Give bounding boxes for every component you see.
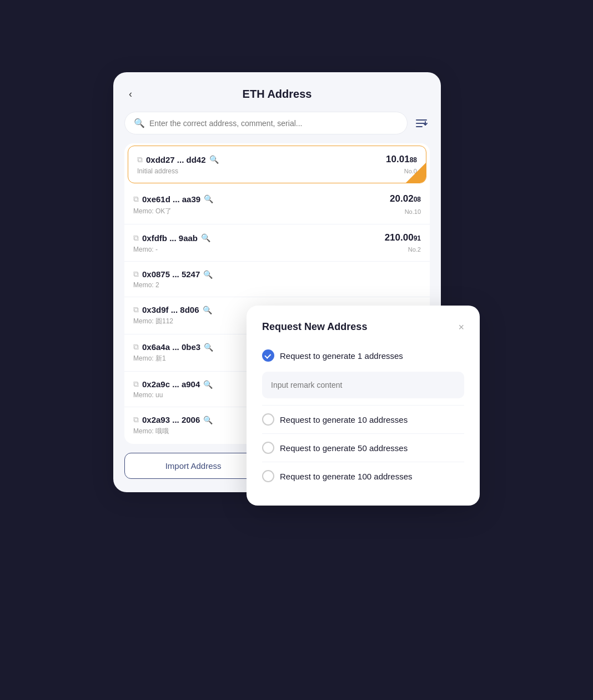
page-wrapper: ‹ ETH Address 🔍 ⧉ — [113, 72, 480, 628]
modal-card: Request New Address × Request to generat… — [247, 306, 480, 506]
address-hash: 0xdd27 ... dd42 — [146, 155, 206, 164]
address-item[interactable]: ⧉ 0xdd27 ... dd42 🔍 10.01 88 Initial add… — [128, 146, 426, 183]
search-bar: 🔍 — [124, 112, 430, 134]
radio-circle — [262, 442, 274, 454]
amount-main: 210.00 — [385, 232, 414, 243]
memo-text: Initial address — [137, 167, 178, 175]
search-address-icon[interactable]: 🔍 — [201, 233, 210, 242]
memo-text: Memo: uu — [133, 391, 163, 399]
search-icon: 🔍 — [134, 118, 145, 128]
address-left: ⧉ 0x2a9c ... a904 🔍 — [133, 379, 213, 389]
radio-label: Request to generate 1 addresses — [280, 351, 403, 361]
amount-decimal: 91 — [414, 234, 421, 242]
address-meta: Memo: 2 — [133, 281, 421, 289]
copy-icon[interactable]: ⧉ — [133, 233, 139, 243]
address-left: ⧉ 0xe61d ... aa39 🔍 — [133, 194, 213, 204]
copy-icon[interactable]: ⧉ — [137, 155, 143, 164]
radio-circle — [262, 470, 274, 482]
address-hash: 0x6a4a ... 0be3 — [142, 342, 200, 352]
page-title: ETH Address — [243, 88, 312, 101]
radio-circle — [262, 413, 274, 426]
modal-close-button[interactable]: × — [458, 322, 464, 332]
address-item[interactable]: ⧉ 0xfdfb ... 9aab 🔍 210.00 91 Memo: - No… — [124, 224, 430, 262]
address-item[interactable]: ⧉ 0xe61d ... aa39 🔍 20.02 08 Memo: OK了 N… — [124, 186, 430, 224]
copy-icon[interactable]: ⧉ — [133, 342, 139, 352]
copy-icon[interactable]: ⧉ — [133, 379, 139, 389]
address-left: ⧉ 0x0875 ... 5247 🔍 — [133, 269, 213, 279]
memo-text: Memo: 哦哦 — [133, 427, 169, 436]
radio-option[interactable]: Request to generate 100 addresses — [262, 464, 464, 488]
memo-text: Memo: 2 — [133, 281, 159, 289]
radio-label: Request to generate 10 addresses — [280, 415, 408, 424]
search-address-icon[interactable]: 🔍 — [203, 306, 212, 314]
modal-title: Request New Address — [262, 321, 367, 333]
copy-icon[interactable]: ⧉ — [133, 269, 139, 279]
remark-input[interactable] — [262, 372, 464, 398]
modal-options: Request to generate 1 addressesRequest t… — [262, 344, 464, 488]
modal-option[interactable]: Request to generate 100 addresses — [262, 464, 464, 488]
import-address-button[interactable]: Import Address — [124, 453, 262, 479]
memo-text: Memo: 新1 — [133, 354, 166, 363]
copy-icon[interactable]: ⧉ — [133, 194, 139, 204]
address-left: ⧉ 0x6a4a ... 0be3 🔍 — [133, 342, 213, 352]
address-left: ⧉ 0xdd27 ... dd42 🔍 — [137, 155, 219, 164]
address-row: ⧉ 0x0875 ... 5247 🔍 — [133, 269, 421, 279]
copy-icon[interactable]: ⧉ — [133, 305, 139, 314]
radio-option[interactable]: Request to generate 1 addresses — [262, 344, 464, 367]
active-badge — [406, 163, 426, 183]
address-left: ⧉ 0xfdfb ... 9aab 🔍 — [133, 233, 210, 243]
radio-circle — [262, 349, 274, 362]
header: ‹ ETH Address — [124, 88, 430, 101]
memo-text: Memo: - — [133, 246, 158, 253]
amount-wrap: 20.02 08 — [390, 193, 421, 204]
address-hash: 0x2a9c ... a904 — [142, 379, 200, 389]
address-left: ⧉ 0x2a93 ... 2006 🔍 — [133, 415, 213, 424]
amount-wrap: 210.00 91 — [385, 232, 421, 243]
radio-label: Request to generate 100 addresses — [280, 472, 413, 481]
search-address-icon[interactable]: 🔍 — [203, 416, 213, 424]
address-row: ⧉ 0xfdfb ... 9aab 🔍 210.00 91 — [133, 232, 421, 243]
modal-header: Request New Address × — [262, 321, 464, 333]
memo-text: Memo: OK了 — [133, 207, 172, 216]
filter-icon — [415, 118, 428, 129]
radio-option[interactable]: Request to generate 10 addresses — [262, 408, 464, 431]
radio-option[interactable]: Request to generate 50 addresses — [262, 436, 464, 459]
address-left: ⧉ 0x3d9f ... 8d06 🔍 — [133, 305, 212, 314]
no-badge: No.10 — [405, 208, 421, 215]
address-meta: Memo: OK了 No.10 — [133, 207, 421, 216]
search-input[interactable] — [149, 119, 398, 128]
search-input-wrap: 🔍 — [124, 112, 408, 134]
search-address-icon[interactable]: 🔍 — [204, 194, 213, 203]
search-address-icon[interactable]: 🔍 — [209, 155, 219, 164]
back-button[interactable]: ‹ — [124, 86, 137, 102]
address-meta: Initial address No.0 — [137, 167, 417, 175]
copy-icon[interactable]: ⧉ — [133, 415, 139, 424]
address-meta: Memo: - No.2 — [133, 246, 421, 253]
search-address-icon[interactable]: 🔍 — [203, 380, 213, 389]
amount-decimal: 08 — [414, 196, 421, 203]
address-hash: 0x0875 ... 5247 — [142, 269, 200, 279]
search-address-icon[interactable]: 🔍 — [204, 343, 213, 352]
amount-main: 20.02 — [390, 193, 414, 204]
search-address-icon[interactable]: 🔍 — [203, 270, 213, 279]
address-hash: 0x2a93 ... 2006 — [142, 415, 200, 424]
address-hash: 0xfdfb ... 9aab — [142, 233, 198, 243]
address-hash: 0xe61d ... aa39 — [142, 194, 200, 204]
address-row: ⧉ 0xe61d ... aa39 🔍 20.02 08 — [133, 193, 421, 204]
memo-text: Memo: 圆112 — [133, 317, 173, 326]
modal-option[interactable]: Request to generate 10 addresses — [262, 408, 464, 434]
no-badge: No.2 — [408, 246, 421, 253]
modal-option[interactable]: Request to generate 50 addresses — [262, 436, 464, 462]
address-row: ⧉ 0xdd27 ... dd42 🔍 10.01 88 — [137, 154, 417, 165]
address-hash: 0x3d9f ... 8d06 — [142, 305, 199, 314]
modal-option[interactable]: Request to generate 1 addresses — [262, 344, 464, 406]
divider — [262, 433, 464, 434]
filter-button[interactable] — [413, 116, 430, 131]
radio-label: Request to generate 50 addresses — [280, 443, 408, 453]
divider — [262, 405, 464, 406]
divider — [262, 462, 464, 462]
address-item[interactable]: ⧉ 0x0875 ... 5247 🔍 Memo: 2 — [124, 262, 430, 297]
